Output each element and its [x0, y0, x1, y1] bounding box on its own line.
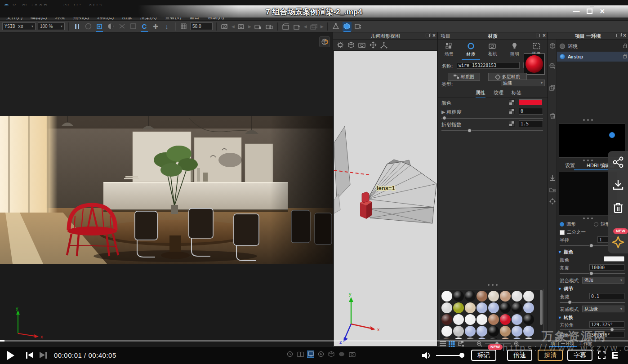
tab-camera[interactable]: 相机 [482, 40, 504, 60]
texture-checker-icon[interactable] [509, 108, 515, 114]
pause-render-button[interactable] [72, 22, 81, 31]
hdri-pin-light[interactable] [609, 132, 615, 138]
project-monitor-icon[interactable] [307, 351, 314, 358]
move-tool-icon[interactable]: ✚ [151, 22, 160, 31]
volume-icon[interactable] [422, 351, 432, 360]
material-swatch[interactable] [441, 337, 452, 339]
material-swatch[interactable] [453, 337, 464, 339]
material-swatch[interactable] [465, 291, 476, 302]
float-panel-icon[interactable] [536, 34, 540, 37]
material-swatch[interactable] [465, 302, 476, 313]
material-swatch[interactable] [500, 337, 511, 339]
material-swatch[interactable] [512, 326, 522, 337]
download-icon[interactable] [612, 179, 624, 191]
zoom-select[interactable]: 100 % ▾ [38, 22, 65, 30]
environment-refresh-button[interactable] [319, 36, 330, 47]
material-swatch[interactable] [500, 326, 511, 337]
animation-icon[interactable] [354, 22, 363, 31]
roughness-slider[interactable] [441, 118, 543, 119]
download-arrow-icon[interactable] [549, 174, 556, 182]
env-color-swatch[interactable] [604, 256, 624, 262]
camera-lock-icon[interactable] [254, 22, 263, 31]
ior-slider[interactable] [441, 130, 543, 131]
pan-icon[interactable] [370, 41, 377, 49]
brightness-input[interactable] [190, 22, 213, 30]
blend-mode-select[interactable]: 添加▾ [582, 277, 624, 284]
transform-section-header[interactable]: ▼转换 [558, 315, 626, 321]
material-swatch[interactable] [453, 291, 464, 302]
globe-add-icon[interactable] [549, 62, 556, 69]
brightness-input[interactable] [589, 264, 624, 271]
roughness-input[interactable] [519, 108, 543, 115]
add-camera-icon[interactable] [220, 22, 229, 31]
video-seekbar[interactable] [0, 340, 628, 342]
material-swatch[interactable] [465, 326, 476, 337]
denoise-icon[interactable] [106, 22, 115, 31]
studio-add-icon[interactable] [293, 22, 302, 31]
material-swatch[interactable] [512, 337, 522, 339]
material-swatch[interactable] [500, 302, 511, 313]
material-swatch[interactable] [441, 302, 452, 313]
tree-view-icon[interactable] [458, 341, 464, 346]
grid-icon[interactable] [179, 22, 188, 31]
favorite-star-icon[interactable] [611, 235, 625, 249]
falloff-input[interactable] [589, 293, 624, 299]
grid-view-icon[interactable] [449, 341, 455, 347]
camera-preset-select[interactable]: YSID_xs ▾ [2, 22, 36, 30]
next-studio-icon[interactable]: ▶ [321, 24, 324, 29]
texture-checker-icon[interactable] [509, 99, 515, 105]
region-render-icon[interactable] [84, 22, 93, 31]
cube-icon[interactable] [328, 351, 335, 358]
material-swatch[interactable] [488, 326, 499, 337]
prev-camera-icon[interactable]: ◀ [232, 24, 235, 29]
cpu-mode-button[interactable] [95, 22, 104, 31]
environment-row[interactable]: 环境 [557, 41, 628, 51]
target-icon[interactable] [549, 198, 556, 205]
material-swatch[interactable] [477, 291, 487, 302]
render-disc-icon[interactable] [338, 351, 345, 358]
globe-icon[interactable] [549, 42, 556, 49]
material-swatch[interactable] [465, 314, 476, 325]
tab-lighting[interactable]: 照明 [503, 40, 526, 60]
close-icon[interactable]: × [600, 7, 605, 15]
material-preview[interactable] [524, 53, 545, 75]
falloff-mode-select[interactable]: 从边缘▾ [582, 306, 624, 312]
reset-camera-button[interactable]: C [140, 22, 149, 31]
material-color-swatch[interactable] [519, 99, 542, 105]
material-swatch[interactable] [441, 314, 452, 325]
material-swatch[interactable] [488, 314, 499, 325]
tripod-axis-icon[interactable] [380, 42, 387, 49]
frame-icon[interactable] [129, 22, 138, 31]
material-swatch[interactable] [523, 314, 534, 325]
material-swatch[interactable] [512, 314, 522, 325]
lock-icon[interactable] [623, 55, 627, 58]
material-type-select[interactable]: 油漆 ▾ [501, 80, 545, 86]
scissors-icon[interactable] [117, 22, 126, 31]
material-swatch[interactable] [477, 302, 487, 313]
brightness-slider[interactable] [560, 273, 625, 274]
volume-knob[interactable] [459, 353, 464, 358]
studio-icon[interactable] [281, 22, 290, 31]
material-swatch[interactable] [453, 326, 464, 337]
gear-icon[interactable] [337, 41, 344, 49]
float-panel-icon[interactable] [426, 34, 430, 37]
tab-labels[interactable]: 标签 [512, 89, 521, 96]
material-swatch[interactable] [441, 326, 452, 337]
environment-row-selected[interactable]: Airstrip [557, 52, 628, 62]
clock-icon[interactable] [286, 351, 294, 358]
material-library[interactable] [440, 289, 543, 339]
material-swatch[interactable] [512, 291, 522, 302]
prev-studio-icon[interactable]: ◀ [304, 24, 307, 29]
duplicate-icon[interactable] [549, 84, 556, 92]
minimize-icon[interactable]: — [573, 7, 579, 15]
project-label[interactable]: 项目 [441, 32, 450, 40]
download-arrow-icon[interactable]: ↓ [162, 22, 171, 31]
ior-input[interactable] [519, 120, 543, 127]
play-button[interactable] [7, 351, 14, 360]
camera-icon[interactable] [358, 42, 366, 49]
material-swatch[interactable] [465, 337, 476, 339]
folder-add-icon[interactable] [549, 186, 556, 193]
material-swatch[interactable] [477, 326, 487, 337]
material-swatch[interactable] [477, 337, 487, 339]
screenshot-camera-icon[interactable] [348, 351, 356, 358]
